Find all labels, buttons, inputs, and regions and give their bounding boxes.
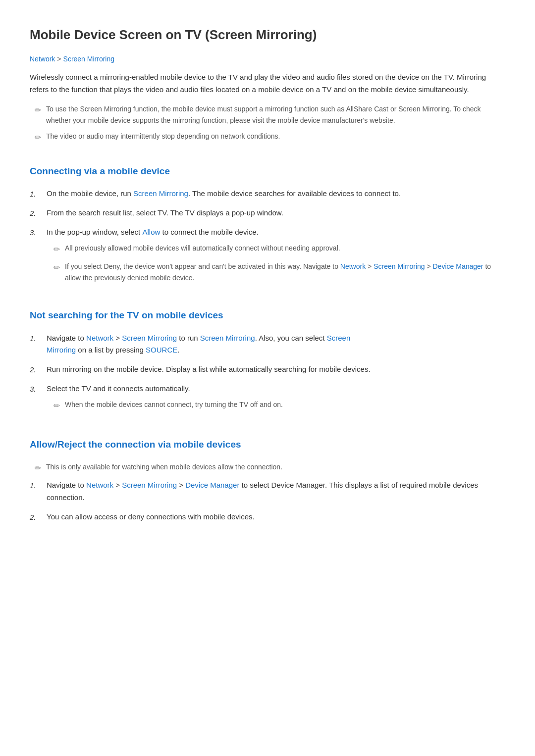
highlight-device-manager-1: Device Manager	[433, 262, 483, 270]
note-text-2: The video or audio may intermittently st…	[46, 131, 280, 142]
highlight-source: SOURCE	[146, 346, 177, 354]
section3-step-number-1: 1.	[30, 480, 39, 492]
pencil-icon-2: ✏	[35, 131, 41, 144]
step-number-3: 3.	[30, 227, 39, 239]
breadcrumb: Network > Screen Mirroring	[30, 53, 505, 64]
section3-step-text-1: Navigate to Network > Screen Mirroring >…	[47, 479, 505, 504]
section1-title: Connecting via a mobile device	[30, 164, 505, 179]
highlight-screen-mirroring-1: Screen Mirroring	[133, 189, 188, 198]
section2-step-number-1: 1.	[30, 333, 39, 345]
section1-step-1: 1. On the mobile device, run Screen Mirr…	[30, 188, 505, 200]
section3-steps: 1. Navigate to Network > Screen Mirrorin…	[30, 479, 505, 523]
section2-step-1: 1. Navigate to Network > Screen Mirrorin…	[30, 332, 505, 357]
section3-title: Allow/Reject the connection via mobile d…	[30, 437, 505, 452]
section2-step-number-3: 3.	[30, 383, 39, 395]
section3-step-number-2: 2.	[30, 511, 39, 523]
section2-step3-subnotes: ✏ When the mobile devices cannot connect…	[49, 399, 283, 412]
step-text-2: From the search result list, select TV. …	[47, 207, 283, 219]
breadcrumb-separator: >	[57, 53, 61, 64]
step3-note-text-2: If you select Deny, the device won't app…	[65, 261, 505, 283]
section2-step3-note-1: ✏ When the mobile devices cannot connect…	[49, 399, 283, 412]
highlight-screen-mirroring-4: Screen Mirroring	[200, 334, 255, 342]
section2-step-number-2: 2.	[30, 364, 39, 376]
step-text-1: On the mobile device, run Screen Mirrori…	[47, 188, 401, 200]
pencil-icon-3: ✏	[54, 243, 60, 256]
section1-step-2: 2. From the search result list, select T…	[30, 207, 505, 219]
section3-intro-note: ✏ This is only available for watching wh…	[30, 461, 505, 475]
intro-text: Wirelessly connect a mirroring-enabled m…	[30, 71, 505, 96]
pencil-icon-5: ✏	[54, 400, 60, 412]
page-title: Mobile Device Screen on TV (Screen Mirro…	[30, 25, 505, 46]
section2-steps: 1. Navigate to Network > Screen Mirrorin…	[30, 332, 505, 418]
step3-note-2: ✏ If you select Deny, the device won't a…	[49, 261, 505, 283]
section2-title: Not searching for the TV on mobile devic…	[30, 308, 505, 323]
section2-step-text-2: Run mirroring on the mobile device. Disp…	[47, 363, 371, 376]
note-item-1: ✏ To use the Screen Mirroring function, …	[30, 103, 505, 126]
highlight-network-1: Network	[340, 262, 366, 270]
pencil-icon-4: ✏	[54, 261, 60, 274]
section2-step-text-3: Select the TV and it connects automatica…	[47, 383, 283, 417]
section3-step-1: 1. Navigate to Network > Screen Mirrorin…	[30, 479, 505, 504]
step3-subnotes: ✏ All previously allowed mobile devices …	[49, 243, 505, 283]
section1-step-3: 3. In the pop-up window, select Allow to…	[30, 226, 505, 288]
section2-step-text-1: Navigate to Network > Screen Mirroring t…	[47, 332, 350, 357]
note-text-1: To use the Screen Mirroring function, th…	[46, 103, 505, 126]
section3-intro-note-text: This is only available for watching when…	[46, 461, 282, 472]
highlight-network-2: Network	[86, 334, 113, 342]
note-item-2: ✏ The video or audio may intermittently …	[30, 131, 505, 144]
highlight-screen-mirroring-3: Screen Mirroring	[122, 334, 177, 342]
highlight-screen-mirroring-6: Screen Mirroring	[122, 481, 177, 489]
step3-note-text-1: All previously allowed mobile devices wi…	[65, 243, 340, 253]
section3-step-text-2: You can allow access or deny connections…	[47, 511, 255, 523]
breadcrumb-network[interactable]: Network	[30, 53, 55, 64]
step-text-3: In the pop-up window, select Allow to co…	[47, 226, 505, 288]
highlight-allow: Allow	[142, 228, 160, 236]
step3-note-1: ✏ All previously allowed mobile devices …	[49, 243, 505, 256]
section3-step-2: 2. You can allow access or deny connecti…	[30, 511, 505, 523]
section1-steps: 1. On the mobile device, run Screen Mirr…	[30, 188, 505, 288]
breadcrumb-screen-mirroring[interactable]: Screen Mirroring	[63, 53, 114, 64]
section2-step-3: 3. Select the TV and it connects automat…	[30, 383, 505, 417]
highlight-network-3: Network	[86, 481, 113, 489]
highlight-screen-mirroring-2: Screen Mirroring	[374, 262, 425, 270]
pencil-icon-6: ✏	[35, 462, 41, 475]
step-number-1: 1.	[30, 188, 39, 200]
step-number-2: 2.	[30, 207, 39, 219]
highlight-device-manager-2: Device Manager	[185, 481, 239, 489]
pencil-icon-1: ✏	[35, 104, 41, 117]
section2-step-2: 2. Run mirroring on the mobile device. D…	[30, 363, 505, 376]
section2-step3-note-text-1: When the mobile devices cannot connect, …	[65, 399, 283, 410]
